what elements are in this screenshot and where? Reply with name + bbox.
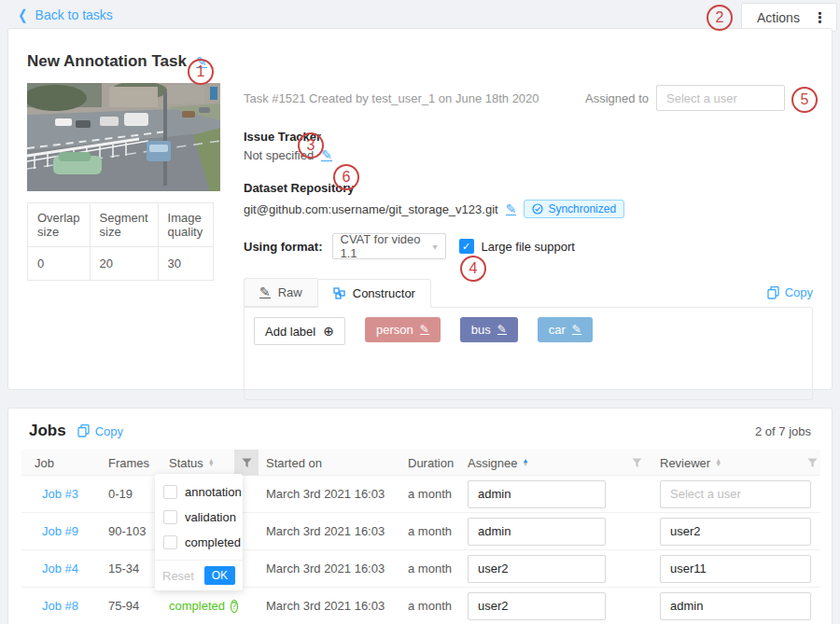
- edit-issue-tracker-icon[interactable]: ✎: [321, 149, 332, 161]
- dataset-repository-label: Dataset Repository: [244, 181, 813, 195]
- status-filter-button[interactable]: [234, 450, 259, 476]
- job-row: Job #8 75-94 completed ? March 3rd 2021 …: [21, 588, 820, 624]
- filter-option-label: completed: [185, 535, 241, 549]
- funnel-icon: [242, 458, 252, 468]
- checkbox-unchecked-icon[interactable]: [163, 535, 177, 549]
- reviewer-input[interactable]: [660, 480, 811, 508]
- checkbox-unchecked-icon[interactable]: [163, 485, 177, 499]
- sort-icons: ▲▼: [522, 459, 528, 467]
- column-status-sort[interactable]: Status ▲▼: [161, 456, 234, 470]
- jobs-count: 2 of 7 jobs: [755, 424, 811, 438]
- assignee-filter-button[interactable]: [621, 450, 652, 476]
- reviewer-input[interactable]: [660, 518, 811, 546]
- using-format-label: Using format:: [244, 240, 323, 254]
- assignee-input[interactable]: [468, 555, 606, 583]
- copy-icon: [767, 286, 779, 299]
- assignee-input[interactable]: [468, 592, 606, 620]
- jobs-table: Job Frames Status ▲▼ Started on Duration…: [21, 450, 820, 624]
- column-duration: Duration: [400, 456, 460, 470]
- annotation-marker-6: 6: [333, 164, 359, 190]
- labels-constructor-panel: Add label ⊕ person ✎ bus ✎ car ✎: [244, 307, 813, 400]
- job-duration: a month: [400, 599, 460, 613]
- pencil-icon: ✎: [259, 286, 271, 298]
- chevron-left-icon: ❮: [18, 7, 27, 23]
- export-format-select[interactable]: CVAT for video 1.1 ▾: [332, 233, 446, 259]
- job-row: Job #3 0-19 March 3rd 2021 16:03 a month: [21, 476, 820, 513]
- chevron-down-icon: ▾: [432, 242, 437, 252]
- job-link[interactable]: Job #3: [21, 487, 101, 501]
- back-to-tasks-link[interactable]: ❮ Back to tasks: [17, 7, 113, 23]
- funnel-icon: [632, 458, 642, 468]
- filter-reset-button[interactable]: Reset: [162, 569, 194, 583]
- tab-raw[interactable]: ✎ Raw: [244, 278, 317, 307]
- large-file-support-label: Large file support: [482, 240, 575, 254]
- filter-option-validation[interactable]: validation: [155, 505, 243, 530]
- copy-labels-label: Copy: [785, 285, 813, 299]
- status-filter-dropdown: annotation validation completed Reset OK: [155, 474, 243, 590]
- column-assignee-sort[interactable]: Assignee ▲▼: [460, 456, 621, 470]
- actions-label: Actions: [757, 10, 800, 25]
- annotation-marker-2: 2: [707, 5, 733, 31]
- checkbox-unchecked-icon[interactable]: [163, 510, 177, 524]
- edit-label-icon[interactable]: ✎: [420, 325, 429, 335]
- add-label-button[interactable]: Add label ⊕: [254, 317, 345, 345]
- label-chip-bus[interactable]: bus ✎: [460, 317, 518, 342]
- annotation-marker-5: 5: [791, 87, 818, 113]
- job-started: March 3rd 2021 16:03: [259, 487, 400, 501]
- job-frames: 0-19: [101, 487, 161, 501]
- image-quality-header: Image quality: [158, 203, 213, 247]
- filter-option-label: validation: [185, 510, 236, 524]
- annotation-marker-4: 4: [460, 256, 486, 282]
- job-started: March 3rd 2021 16:03: [259, 524, 400, 538]
- reviewer-input[interactable]: [660, 592, 811, 620]
- filter-option-completed[interactable]: completed: [155, 530, 243, 555]
- segment-size-value: 20: [90, 247, 158, 281]
- image-quality-value: 30: [158, 247, 213, 281]
- task-title: New Annotation Task: [27, 52, 187, 71]
- job-link[interactable]: Job #9: [21, 524, 101, 538]
- assigned-to-input[interactable]: [656, 85, 785, 111]
- sync-check-icon: [532, 203, 543, 215]
- large-file-support-checkbox[interactable]: ✓ Large file support: [459, 239, 575, 254]
- job-link[interactable]: Job #8: [21, 599, 101, 613]
- job-duration: a month: [400, 487, 460, 501]
- export-format-value: CVAT for video 1.1: [341, 232, 433, 260]
- reviewer-input[interactable]: [660, 555, 811, 583]
- job-frames: 75-94: [101, 599, 161, 613]
- job-link[interactable]: Job #4: [21, 562, 101, 575]
- edit-label-icon[interactable]: ✎: [572, 325, 581, 335]
- column-reviewer: Reviewer: [660, 456, 710, 470]
- label-chip-person[interactable]: person ✎: [365, 317, 441, 342]
- reviewer-filter-button[interactable]: [804, 450, 820, 476]
- overlap-size-header: Overlap size: [28, 203, 91, 247]
- filter-ok-button[interactable]: OK: [204, 566, 235, 585]
- add-label-text: Add label: [265, 325, 315, 339]
- edit-label-icon[interactable]: ✎: [497, 325, 507, 335]
- job-duration: a month: [400, 524, 460, 538]
- job-frames: 90-103: [101, 524, 161, 538]
- sync-status-badge: Synchronized: [524, 200, 624, 218]
- assignee-input[interactable]: [468, 518, 606, 546]
- copy-jobs-label: Copy: [95, 424, 123, 438]
- job-row: Job #4 15-34 March 3rd 2021 16:03 a mont…: [21, 550, 820, 588]
- tab-raw-label: Raw: [278, 285, 302, 299]
- annotation-marker-3: 3: [298, 132, 324, 159]
- assignee-input[interactable]: [468, 480, 606, 508]
- job-started: March 3rd 2021 16:03: [259, 562, 400, 575]
- question-circle-icon: ?: [231, 600, 238, 613]
- issue-tracker-label: Issue Tracker: [244, 130, 813, 144]
- label-car-name: car: [549, 323, 566, 337]
- copy-labels-button[interactable]: Copy: [767, 285, 813, 299]
- filter-option-annotation[interactable]: annotation: [155, 479, 243, 505]
- sort-icons: ▲▼: [208, 459, 215, 467]
- overlap-size-value: 0: [28, 247, 91, 281]
- label-chip-car[interactable]: car ✎: [538, 317, 593, 342]
- tab-constructor[interactable]: Constructor: [317, 279, 431, 308]
- plus-circle-icon: ⊕: [323, 324, 334, 339]
- copy-jobs-button[interactable]: Copy: [77, 424, 123, 438]
- column-reviewer-sort[interactable]: Reviewer ▲▼: [652, 456, 804, 470]
- assigned-to-label: Assigned to: [585, 91, 649, 105]
- column-status: Status: [169, 456, 203, 470]
- edit-repository-icon[interactable]: ✎: [506, 203, 517, 215]
- more-vertical-icon: ⋮: [813, 9, 827, 26]
